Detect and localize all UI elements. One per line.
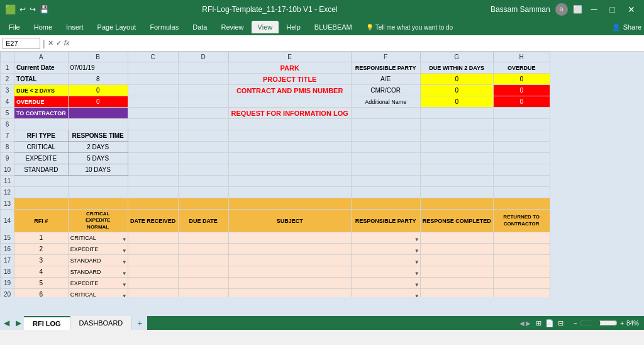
- cell-b4[interactable]: 0: [68, 96, 128, 108]
- cell-b20[interactable]: CRITICAL▼: [68, 289, 128, 298]
- cell-c1[interactable]: [128, 62, 178, 74]
- cell-e1[interactable]: PARK: [228, 62, 351, 74]
- cell-b8[interactable]: 2 DAYS: [68, 142, 128, 153]
- cell-h14[interactable]: RETURNED TOCONTRACTOR: [493, 210, 550, 232]
- cell-d10[interactable]: [178, 164, 228, 176]
- scroll-sheets-left[interactable]: ◀: [0, 319, 13, 327]
- col-header-a[interactable]: A: [14, 52, 69, 62]
- cell-h17[interactable]: [493, 255, 550, 266]
- cell-c17[interactable]: [128, 255, 178, 266]
- quick-save-icon[interactable]: 💾: [40, 5, 49, 14]
- cell-a20[interactable]: 6: [14, 289, 69, 298]
- cell-d4[interactable]: [178, 96, 228, 108]
- cell-h8[interactable]: [493, 142, 550, 153]
- cell-c6[interactable]: [128, 119, 178, 130]
- cell-a9[interactable]: EXPEDITE: [14, 153, 69, 164]
- redo-icon[interactable]: ↪: [30, 5, 36, 14]
- cell-h6[interactable]: [493, 119, 550, 130]
- cell-a3[interactable]: DUE < 2 DAYS: [14, 85, 69, 96]
- cell-a2[interactable]: TOTAL: [14, 74, 69, 85]
- cell-a13[interactable]: [14, 198, 69, 210]
- tab-home[interactable]: Home: [28, 21, 58, 33]
- cell-c10[interactable]: [128, 164, 178, 176]
- cell-d16[interactable]: [178, 244, 228, 255]
- cell-h20[interactable]: [493, 289, 550, 298]
- cell-h10[interactable]: [493, 164, 550, 176]
- cell-e16[interactable]: [228, 244, 351, 255]
- cell-c19[interactable]: [128, 278, 178, 289]
- cell-f1[interactable]: RESPONSIBLE PARTY: [351, 62, 420, 74]
- tab-page-layout[interactable]: Page Layout: [91, 21, 143, 33]
- cell-a7[interactable]: RFI TYPE: [14, 130, 69, 142]
- tab-insert[interactable]: Insert: [60, 21, 90, 33]
- add-sheet-button[interactable]: +: [132, 316, 147, 330]
- cell-h13[interactable]: [493, 198, 550, 210]
- cell-g5[interactable]: [420, 108, 493, 119]
- cell-b19[interactable]: EXPEDITE▼: [68, 278, 128, 289]
- cell-c3[interactable]: [128, 85, 178, 96]
- cell-g10[interactable]: [420, 164, 493, 176]
- zoom-in-icon[interactable]: +: [620, 320, 624, 327]
- share-button[interactable]: 👤 Share: [612, 23, 641, 31]
- cell-d9[interactable]: [178, 153, 228, 164]
- cell-e5[interactable]: REQUEST FOR INFORMATION LOG: [228, 108, 351, 119]
- tab-review[interactable]: Review: [214, 21, 250, 33]
- page-break-icon[interactable]: ⊟: [558, 319, 564, 327]
- confirm-formula-icon[interactable]: ✓: [56, 39, 62, 47]
- cell-g12[interactable]: [420, 187, 493, 198]
- col-header-b[interactable]: B: [68, 52, 128, 62]
- formula-input[interactable]: [72, 40, 641, 47]
- cell-g20[interactable]: [420, 289, 493, 298]
- cell-f14[interactable]: RESPONSIBLE PARTY: [351, 210, 420, 232]
- cell-h3[interactable]: 0: [493, 85, 550, 96]
- cell-f11[interactable]: [351, 176, 420, 187]
- cell-h1[interactable]: OVERDUE: [493, 62, 550, 74]
- cell-c18[interactable]: [128, 266, 178, 278]
- cell-f5[interactable]: [351, 108, 420, 119]
- cell-e18[interactable]: [228, 266, 351, 278]
- cell-d6[interactable]: [178, 119, 228, 130]
- cell-g7[interactable]: [420, 130, 493, 142]
- cell-b18[interactable]: STANDARD▼: [68, 266, 128, 278]
- col-header-h[interactable]: H: [493, 52, 550, 62]
- cell-g16[interactable]: [420, 244, 493, 255]
- cell-f7[interactable]: [351, 130, 420, 142]
- cell-h18[interactable]: [493, 266, 550, 278]
- cell-a4[interactable]: OVERDUE: [14, 96, 69, 108]
- cell-b16[interactable]: EXPEDITE▼: [68, 244, 128, 255]
- cell-e4[interactable]: [228, 96, 351, 108]
- cell-b5[interactable]: [68, 108, 128, 119]
- cell-b12[interactable]: [68, 187, 128, 198]
- cell-b6[interactable]: [68, 119, 128, 130]
- cell-f17[interactable]: ▼: [351, 255, 420, 266]
- cell-h2[interactable]: 0: [493, 74, 550, 85]
- cell-a5[interactable]: TO CONTRACTOR: [14, 108, 69, 119]
- cell-h15[interactable]: [493, 232, 550, 244]
- cell-e7[interactable]: [228, 130, 351, 142]
- cell-g15[interactable]: [420, 232, 493, 244]
- cell-h7[interactable]: [493, 130, 550, 142]
- cell-e13[interactable]: [228, 198, 351, 210]
- cell-g9[interactable]: [420, 153, 493, 164]
- cell-f16[interactable]: ▼: [351, 244, 420, 255]
- cell-d15[interactable]: [178, 232, 228, 244]
- cancel-formula-icon[interactable]: ✕: [48, 39, 53, 47]
- undo-icon[interactable]: ↩: [19, 5, 26, 14]
- cell-e3[interactable]: CONTRACT AND PMIS NUMBER: [228, 85, 351, 96]
- cell-b3[interactable]: 0: [68, 85, 128, 96]
- cell-g8[interactable]: [420, 142, 493, 153]
- cell-a11[interactable]: [14, 176, 69, 187]
- cell-a16[interactable]: 2: [14, 244, 69, 255]
- cell-e12[interactable]: [228, 187, 351, 198]
- cell-c7[interactable]: [128, 130, 178, 142]
- cell-f4[interactable]: Additional Name: [351, 96, 420, 108]
- cell-e2[interactable]: PROJECT TITLE: [228, 74, 351, 85]
- cell-g3[interactable]: 0: [420, 85, 493, 96]
- maximize-button[interactable]: □: [606, 3, 619, 16]
- cell-d2[interactable]: [178, 74, 228, 85]
- cell-c9[interactable]: [128, 153, 178, 164]
- cell-d14[interactable]: DUE DATE: [178, 210, 228, 232]
- cell-f10[interactable]: [351, 164, 420, 176]
- tell-me[interactable]: 💡 Tell me what you want to do: [366, 24, 453, 31]
- cell-b10[interactable]: 10 DAYS: [68, 164, 128, 176]
